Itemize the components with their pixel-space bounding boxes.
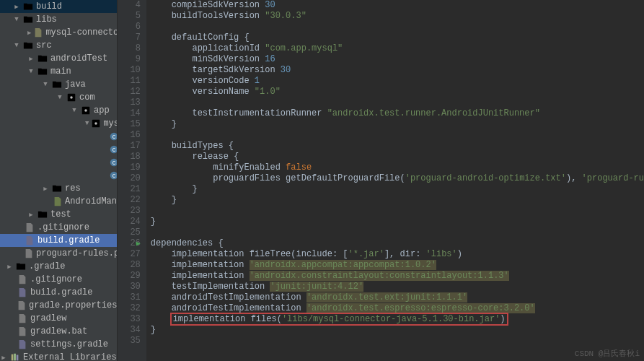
tree-test[interactable]: ▶test — [0, 208, 117, 221]
tree-build[interactable]: ▶build — [0, 0, 117, 13]
expand-icon: ▼ — [13, 16, 20, 23]
tree-gradlefolder[interactable]: ▶.gradle — [0, 260, 117, 273]
class-icon — [109, 144, 118, 155]
tree-mysql[interactable]: ▼mysql — [0, 117, 117, 130]
tree-label: res — [65, 183, 81, 193]
tree-label: androidTest — [50, 53, 107, 64]
code-area[interactable]: compileSdkVersion 30 buildToolsVersion "… — [146, 0, 644, 361]
tree-mainactivity[interactable]: MainActivity — [0, 156, 117, 169]
tree-label: External Libraries — [23, 352, 117, 361]
tree-label: .gradle — [29, 261, 65, 271]
tree-label: com — [79, 92, 95, 103]
expand-icon: ▼ — [13, 42, 20, 49]
tree-label: gradlew.bat — [30, 326, 87, 336]
class-icon — [109, 157, 118, 168]
tree-libs[interactable]: ▼libs — [0, 13, 117, 26]
collapse-icon: ▶ — [42, 185, 49, 193]
tree-gitignore2[interactable]: .gitignore — [0, 273, 117, 286]
tree-label: test — [50, 209, 71, 219]
tree-res[interactable]: ▶res — [0, 182, 117, 195]
folder-icon — [37, 53, 48, 64]
package-icon — [66, 92, 77, 103]
collapse-icon: ▶ — [0, 354, 7, 362]
expand-icon: ▼ — [27, 68, 35, 75]
gradle-icon — [17, 339, 28, 350]
tree-extlibs[interactable]: ▶External Libraries — [0, 351, 117, 361]
tree-java[interactable]: ▼java — [0, 78, 117, 91]
project-tree[interactable]: ▶build ▼libs ▶mysql-connector-java-5.1.3… — [0, 0, 118, 361]
tree-buildgradle2[interactable]: build.gradle — [0, 286, 117, 299]
tree-settingsgradle[interactable]: settings.gradle — [0, 338, 117, 351]
tree-proguard[interactable]: proguard-rules.pro — [0, 247, 117, 260]
tree-label: .gitignore — [38, 222, 89, 232]
tree-label: proguard-rules.pro — [36, 248, 118, 258]
tree-manifest[interactable]: AndroidManifest.xml — [0, 195, 117, 208]
folder-icon — [22, 40, 34, 51]
file-icon — [17, 274, 28, 285]
collapse-icon: ▶ — [13, 3, 20, 11]
tree-label: app — [94, 105, 110, 116]
line-gutter: 4567891011121314151617181920212223242526… — [118, 0, 146, 361]
tree-label: build.gradle — [30, 287, 92, 297]
library-icon — [9, 352, 21, 361]
file-icon — [17, 326, 28, 337]
tree-label: gradlew — [30, 313, 66, 323]
expand-icon: ▼ — [85, 120, 89, 127]
tree-jar[interactable]: ▶mysql-connector-java-5.1.30-bin.jar — [0, 26, 117, 39]
tree-label: main — [50, 66, 71, 77]
file-icon — [17, 300, 27, 311]
tree-label: src — [36, 40, 52, 51]
tree-gradlew[interactable]: gradlew — [0, 312, 117, 325]
xml-icon — [53, 196, 63, 207]
tree-src[interactable]: ▼src — [0, 39, 117, 52]
file-icon — [17, 313, 28, 324]
tree-label: libs — [36, 14, 57, 25]
class-icon — [109, 131, 118, 142]
folder-icon — [51, 79, 63, 90]
tree-label: mysql — [103, 118, 117, 129]
collapse-icon: ▶ — [6, 263, 13, 271]
tree-label: java — [65, 79, 86, 90]
class-icon — [109, 170, 118, 181]
tree-gitignore1[interactable]: .gitignore — [0, 221, 117, 234]
highlighted-line: implementation files('libs/mysql-connect… — [170, 313, 508, 326]
tree-dbutils[interactable]: DBUtils — [0, 130, 117, 143]
gradle-icon — [17, 287, 28, 298]
tree-label: build — [36, 1, 62, 12]
watermark: CSDN @吕氏春秋i — [575, 348, 640, 359]
package-icon — [80, 105, 92, 116]
collapse-icon: ▶ — [27, 55, 35, 63]
expand-icon: ▼ — [42, 81, 49, 88]
tree-buildgradle1[interactable]: build.gradle — [0, 234, 117, 247]
tree-label: gradle.properties — [29, 300, 117, 310]
tree-gradleprops[interactable]: gradle.properties — [0, 299, 117, 312]
tree-label: .gitignore — [30, 274, 82, 284]
tree-gradlewbat[interactable]: gradlew.bat — [0, 325, 117, 338]
tree-label: settings.gradle — [30, 339, 108, 349]
tree-timeutil[interactable]: TimeUtil — [0, 169, 117, 182]
file-icon — [24, 222, 35, 233]
jar-icon — [33, 27, 43, 38]
folder-icon — [51, 183, 63, 194]
file-icon — [24, 248, 34, 259]
expand-icon: ▼ — [71, 107, 78, 114]
tree-main[interactable]: ▼main — [0, 65, 117, 78]
folder-icon — [22, 1, 34, 12]
tree-com[interactable]: ▼com — [0, 91, 117, 104]
folder-icon — [22, 14, 34, 25]
folder-icon — [15, 261, 27, 272]
folder-icon — [37, 66, 48, 77]
tree-label: AndroidManifest.xml — [65, 196, 118, 206]
gradle-icon — [24, 235, 35, 246]
tree-logbean[interactable]: LogBean — [0, 143, 117, 156]
package-icon — [91, 118, 101, 129]
tree-label: mysql-connector-java-5.1.30-bin.jar — [45, 27, 117, 38]
collapse-icon: ▶ — [27, 211, 35, 219]
collapse-icon: ▶ — [27, 29, 31, 37]
tree-androidtest[interactable]: ▶androidTest — [0, 52, 117, 65]
expand-icon: ▼ — [56, 94, 63, 101]
tree-label: build.gradle — [38, 235, 100, 245]
tree-app[interactable]: ▼app — [0, 104, 117, 117]
code-editor[interactable]: 4567891011121314151617181920212223242526… — [118, 0, 644, 361]
folder-icon — [37, 209, 48, 220]
